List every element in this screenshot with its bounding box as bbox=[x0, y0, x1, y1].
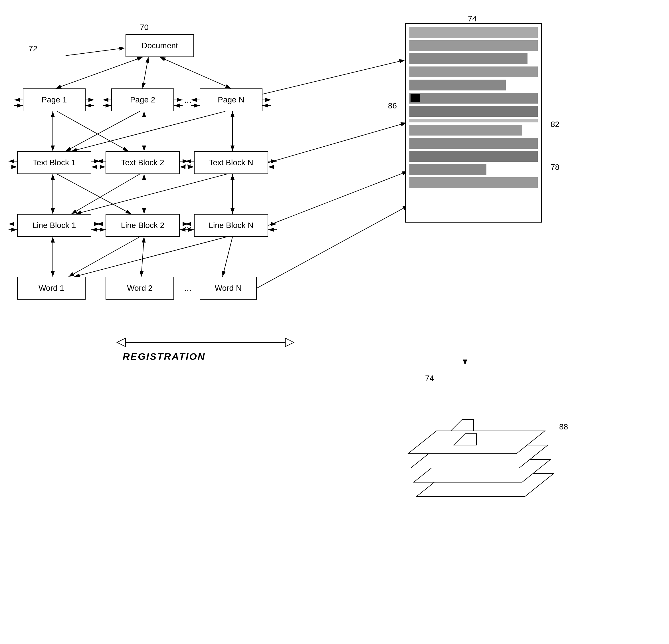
svg-line-66 bbox=[268, 123, 407, 163]
ref-86: 86 bbox=[388, 101, 397, 110]
page2-label: Page 2 bbox=[130, 95, 156, 104]
page1-node: Page 1 bbox=[23, 88, 86, 111]
svg-line-45 bbox=[57, 174, 131, 214]
svg-line-24 bbox=[66, 111, 140, 151]
word1-node: Word 1 bbox=[17, 277, 86, 299]
svg-marker-77 bbox=[451, 419, 473, 431]
lineblock1-label: Line Block 1 bbox=[32, 221, 76, 230]
svg-line-65 bbox=[262, 60, 405, 94]
wordN-node: Word N bbox=[200, 277, 257, 299]
svg-text:...: ... bbox=[184, 157, 192, 168]
svg-text:...: ... bbox=[184, 283, 192, 293]
svg-line-61 bbox=[69, 237, 140, 277]
textblock1-label: Text Block 1 bbox=[33, 158, 76, 167]
document-display bbox=[405, 23, 542, 223]
svg-line-25 bbox=[71, 111, 225, 151]
svg-line-6 bbox=[143, 57, 148, 88]
svg-line-26 bbox=[57, 111, 128, 151]
textblock2-label: Text Block 2 bbox=[121, 158, 164, 167]
ref-78: 78 bbox=[551, 163, 559, 172]
pageN-label: Page N bbox=[218, 95, 244, 104]
svg-line-43 bbox=[71, 174, 140, 214]
ref-74-top: 74 bbox=[468, 14, 477, 24]
textblock1-node: Text Block 1 bbox=[17, 151, 91, 174]
wordN-label: Word N bbox=[215, 284, 242, 293]
svg-marker-71 bbox=[117, 338, 126, 347]
svg-line-68 bbox=[257, 206, 409, 288]
textblock2-node: Text Block 2 bbox=[105, 151, 180, 174]
svg-line-44 bbox=[75, 174, 227, 214]
ref-82: 82 bbox=[551, 120, 559, 129]
ref-72: 72 bbox=[29, 44, 37, 53]
lineblock2-node: Line Block 2 bbox=[105, 214, 180, 237]
word2-node: Word 2 bbox=[105, 277, 174, 299]
lineblockN-node: Line Block N bbox=[194, 214, 268, 237]
diagram-container: ... ... bbox=[0, 0, 669, 644]
lineblock2-label: Line Block 2 bbox=[121, 221, 165, 230]
svg-line-4 bbox=[66, 48, 125, 56]
lineblockN-label: Line Block N bbox=[209, 221, 253, 230]
page2-node: Page 2 bbox=[111, 88, 174, 111]
svg-line-5 bbox=[56, 57, 143, 88]
registration-label: REGISTRATION bbox=[123, 351, 205, 362]
arrows-svg: ... ... bbox=[0, 0, 669, 644]
document-label: Document bbox=[142, 41, 178, 50]
svg-text:...: ... bbox=[184, 220, 192, 230]
svg-line-63 bbox=[223, 237, 232, 277]
svg-line-62 bbox=[74, 237, 227, 277]
ref-70: 70 bbox=[140, 23, 148, 32]
textblockN-node: Text Block N bbox=[194, 151, 268, 174]
svg-marker-72 bbox=[285, 338, 294, 347]
word1-label: Word 1 bbox=[39, 284, 64, 293]
svg-text:...: ... bbox=[184, 95, 192, 105]
page1-label: Page 1 bbox=[42, 95, 67, 104]
textblockN-label: Text Block N bbox=[209, 158, 253, 167]
lineblock1-node: Line Block 1 bbox=[17, 214, 91, 237]
document-node: Document bbox=[126, 34, 194, 57]
svg-line-60 bbox=[141, 237, 144, 277]
svg-line-7 bbox=[160, 57, 231, 88]
ref-74-bottom: 74 bbox=[425, 374, 434, 383]
pageN-node: Page N bbox=[200, 88, 262, 111]
word2-label: Word 2 bbox=[127, 284, 153, 293]
ref-88: 88 bbox=[559, 422, 568, 431]
stacked-pages-svg bbox=[365, 337, 565, 531]
svg-line-67 bbox=[268, 171, 408, 225]
